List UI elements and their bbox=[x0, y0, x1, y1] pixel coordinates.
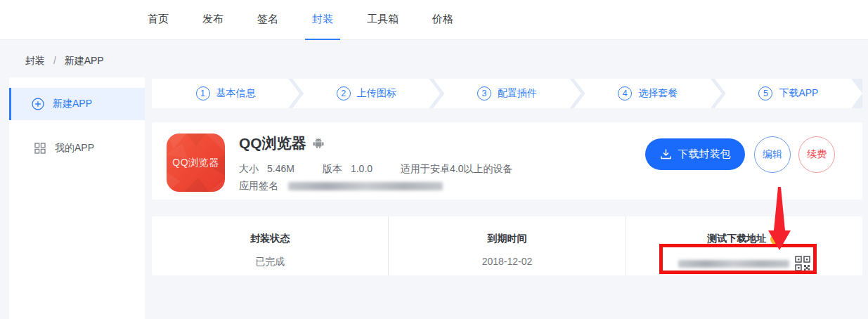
package-status-header: 封装状态 bbox=[250, 233, 290, 245]
qr-code-icon[interactable] bbox=[795, 256, 810, 271]
compatibility-text: 适用于安卓4.0以上的设备 bbox=[401, 163, 512, 174]
download-package-button[interactable]: 下载封装包 bbox=[645, 138, 745, 170]
step-configure-plugins[interactable]: 3 配置插件 bbox=[433, 79, 581, 108]
help-icon[interactable]: ? bbox=[770, 234, 781, 245]
step-number: 2 bbox=[337, 86, 351, 100]
nav-item-publish[interactable]: 发布 bbox=[195, 0, 231, 40]
step-label: 选择套餐 bbox=[638, 87, 678, 100]
size-value: 5.46M bbox=[267, 163, 294, 174]
step-number: 3 bbox=[477, 86, 491, 100]
sidebar-item-my-app[interactable]: 我的APP bbox=[9, 132, 145, 164]
android-icon bbox=[312, 137, 325, 150]
test-download-column: 测试下载地址 ? bbox=[626, 216, 862, 275]
step-label: 下载APP bbox=[779, 87, 818, 100]
app-meta: 大小5.46M版本1.0.0适用于安卓4.0以上的设备 bbox=[239, 163, 513, 176]
main-nav: 首页 发布 签名 封装 工具箱 价格 bbox=[0, 0, 868, 40]
wizard-stepper: 1 基本信息 2 上传图标 3 配置插件 4 选择套餐 5 下载APP bbox=[152, 79, 862, 108]
edit-button[interactable]: 编辑 bbox=[754, 136, 791, 173]
signature-label: 应用签名 bbox=[239, 180, 278, 193]
download-tray-icon bbox=[660, 148, 672, 160]
app-icon: QQ浏览器 bbox=[167, 134, 225, 192]
app-card: QQ浏览器 QQ浏览器 大小5.46M版本1.0.0适用于安卓4.0以上的设备 … bbox=[152, 122, 862, 200]
package-status-column: 封装状态 已完成 bbox=[152, 216, 388, 275]
app-icon-label: QQ浏览器 bbox=[172, 157, 219, 169]
step-number: 4 bbox=[618, 86, 632, 100]
breadcrumb-current: 新建APP bbox=[65, 55, 104, 66]
package-status-value: 已完成 bbox=[255, 256, 285, 268]
test-download-header: 测试下载地址 bbox=[707, 233, 766, 245]
nav-item-toolbox[interactable]: 工具箱 bbox=[360, 0, 406, 40]
sidebar-item-label: 新建APP bbox=[53, 98, 92, 110]
size-label: 大小 bbox=[239, 163, 259, 174]
breadcrumb: 封装 / 新建APP bbox=[25, 55, 104, 67]
grid-icon bbox=[34, 142, 46, 155]
expiry-header: 到期时间 bbox=[487, 233, 526, 245]
nav-item-price[interactable]: 价格 bbox=[425, 0, 460, 40]
nav-item-home[interactable]: 首页 bbox=[141, 0, 176, 40]
renew-button[interactable]: 续费 bbox=[798, 136, 835, 173]
version-label: 版本 bbox=[323, 163, 342, 174]
sidebar: 新建APP 我的APP bbox=[9, 77, 145, 319]
breadcrumb-separator: / bbox=[53, 55, 56, 66]
status-card: 封装状态 已完成 到期时间 2018-12-02 测试下载地址 ? bbox=[152, 216, 862, 275]
expiry-column: 到期时间 2018-12-02 bbox=[388, 216, 625, 275]
step-label: 配置插件 bbox=[498, 87, 537, 100]
signature-redacted-value bbox=[288, 182, 443, 190]
nav-item-sign[interactable]: 签名 bbox=[250, 0, 285, 40]
page: 首页 发布 签名 封装 工具箱 价格 封装 / 新建APP 新建APP 我的AP… bbox=[0, 0, 868, 319]
app-title: QQ浏览器 bbox=[239, 134, 306, 153]
step-label: 基本信息 bbox=[216, 87, 256, 100]
step-basic-info[interactable]: 1 基本信息 bbox=[152, 79, 299, 108]
version-value: 1.0.0 bbox=[351, 163, 373, 174]
step-number: 1 bbox=[196, 86, 210, 100]
test-download-url-redacted[interactable] bbox=[678, 260, 789, 268]
step-select-plan[interactable]: 4 选择套餐 bbox=[574, 79, 722, 108]
plus-circle-icon bbox=[32, 98, 44, 110]
breadcrumb-package-link[interactable]: 封装 bbox=[25, 55, 45, 66]
step-download-app[interactable]: 5 下载APP bbox=[715, 79, 862, 108]
nav-item-package[interactable]: 封装 bbox=[305, 0, 340, 40]
sidebar-item-new-app[interactable]: 新建APP bbox=[9, 88, 145, 120]
signature-row: 应用签名 bbox=[239, 180, 443, 193]
top-header: 首页 发布 签名 封装 工具箱 价格 bbox=[0, 0, 868, 40]
step-upload-icon[interactable]: 2 上传图标 bbox=[292, 79, 440, 108]
sidebar-item-label: 我的APP bbox=[55, 142, 94, 155]
download-package-label: 下载封装包 bbox=[678, 148, 731, 161]
expiry-value: 2018-12-02 bbox=[482, 256, 533, 267]
step-number: 5 bbox=[758, 86, 772, 100]
step-label: 上传图标 bbox=[357, 87, 396, 100]
